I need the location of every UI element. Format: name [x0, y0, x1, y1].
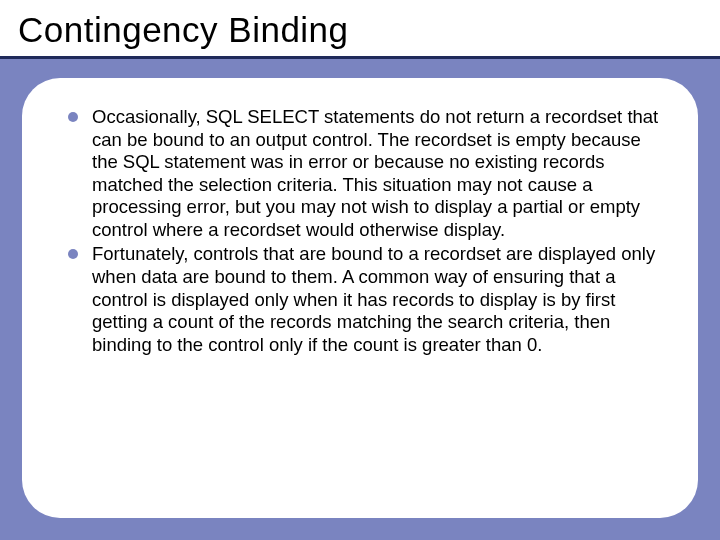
content-panel: Occasionally, SQL SELECT statements do n… [22, 78, 698, 518]
list-item: Fortunately, controls that are bound to … [68, 243, 664, 356]
slide-title: Contingency Binding [18, 10, 702, 50]
bullet-icon [68, 249, 78, 259]
list-item: Occasionally, SQL SELECT statements do n… [68, 106, 664, 241]
bullet-text: Fortunately, controls that are bound to … [92, 243, 655, 354]
title-bar: Contingency Binding [0, 0, 720, 59]
bullet-text: Occasionally, SQL SELECT statements do n… [92, 106, 658, 240]
bullet-icon [68, 112, 78, 122]
bullet-list: Occasionally, SQL SELECT statements do n… [68, 106, 664, 356]
